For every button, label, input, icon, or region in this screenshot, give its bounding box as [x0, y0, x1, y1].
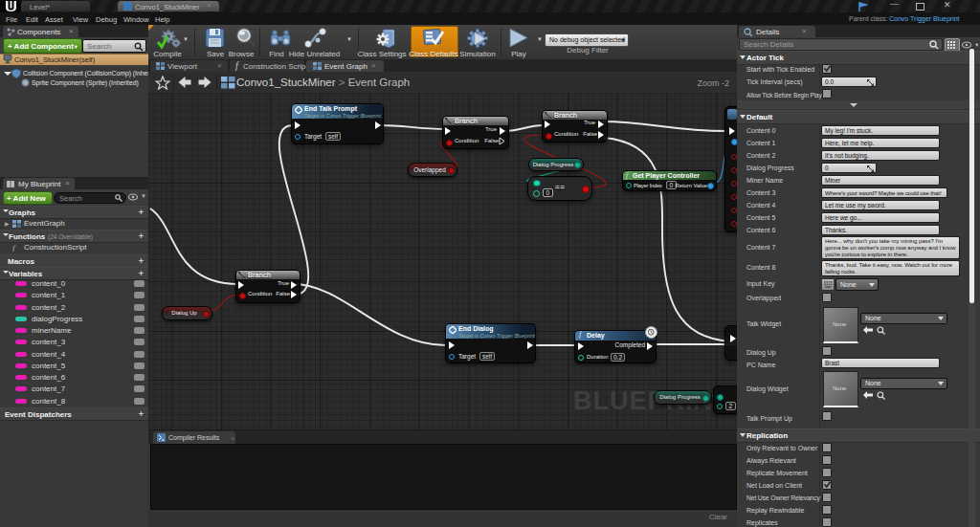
svg-text:f: f [12, 243, 16, 252]
